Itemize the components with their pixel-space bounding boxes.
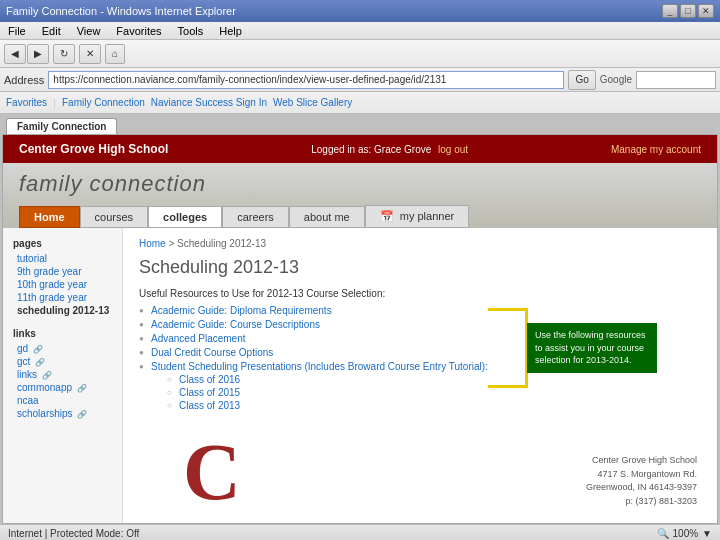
go-button[interactable]: Go — [568, 70, 595, 90]
browser-toolbar: ◀ ▶ ↻ ✕ ⌂ — [0, 40, 720, 68]
school-name: Center Grove High School — [19, 142, 168, 156]
close-button[interactable]: ✕ — [698, 4, 714, 18]
breadcrumb-current: Scheduling 2012-13 — [177, 238, 266, 249]
zone-status: Internet | Protected Mode: Off — [8, 528, 139, 539]
nav-home[interactable]: Home — [19, 206, 80, 228]
resource-link-3[interactable]: Dual Credit Course Options — [151, 347, 273, 358]
links-section-title: links — [13, 328, 112, 339]
address-input[interactable] — [48, 71, 564, 89]
bracket-shape — [488, 308, 528, 388]
breadcrumb: Home > Scheduling 2012-13 — [139, 238, 701, 249]
zoom-dropdown-icon[interactable]: ▼ — [702, 528, 712, 539]
nav-header: family connection Home courses colleges … — [3, 163, 717, 228]
page-wrapper: Center Grove High School Logged in as: G… — [2, 134, 718, 524]
menu-tools[interactable]: Tools — [174, 25, 208, 37]
school-footer: Center Grove High School 4717 S. Morgant… — [586, 454, 697, 508]
nav-arrows: ◀ ▶ — [4, 44, 49, 64]
nav-about-me[interactable]: about me — [289, 206, 365, 228]
favorites-link[interactable]: Favorites — [6, 97, 47, 108]
sub-link-0[interactable]: Class of 2016 — [179, 374, 240, 385]
footer-school-name: Center Grove High School — [586, 454, 697, 468]
logged-in-text: Logged in as: Grace Grove log out — [311, 144, 468, 155]
site-title: family connection — [19, 171, 701, 197]
sidebar-item-tutorial[interactable]: tutorial — [13, 253, 112, 264]
favorites-bar: Favorites | Family Connection Naviance S… — [0, 92, 720, 114]
footer-phone: p: (317) 881-3203 — [586, 495, 697, 509]
search-label: Google — [600, 74, 632, 85]
refresh-button[interactable]: ↻ — [53, 44, 75, 64]
address-bar-row: Address Go Google — [0, 68, 720, 92]
list-item: Class of 2013 — [167, 400, 701, 411]
external-link-icon-3: 🔗 — [42, 371, 52, 380]
fav-web-slice[interactable]: Web Slice Gallery — [273, 97, 352, 108]
main-content: Home > Scheduling 2012-13 Scheduling 201… — [123, 228, 717, 524]
browser-tab[interactable]: Family Connection — [6, 118, 117, 134]
resource-link-0[interactable]: Academic Guide: Diploma Requirements — [151, 305, 332, 316]
sidebar-link-gd[interactable]: gd 🔗 — [13, 343, 112, 354]
menu-edit[interactable]: Edit — [38, 25, 65, 37]
nav-careers[interactable]: careers — [222, 206, 289, 228]
content-area: pages tutorial 9th grade year 10th grade… — [3, 228, 717, 524]
tooltip-container: Use the following resources to assist yo… — [488, 308, 657, 388]
sidebar-link-commonapp[interactable]: commonapp 🔗 — [13, 382, 112, 393]
window-controls: _ □ ✕ — [662, 4, 714, 18]
resources-label: Useful Resources to Use for 2012-13 Cour… — [139, 288, 701, 299]
menu-file[interactable]: File — [4, 25, 30, 37]
menu-bar: File Edit View Favorites Tools Help — [0, 22, 720, 40]
log-out-link[interactable]: log out — [438, 144, 468, 155]
planner-icon: 📅 — [380, 210, 394, 222]
address-label: Address — [4, 74, 44, 86]
menu-help[interactable]: Help — [215, 25, 246, 37]
restore-button[interactable]: □ — [680, 4, 696, 18]
nav-my-planner[interactable]: 📅 my planner — [365, 205, 469, 228]
sidebar-link-links[interactable]: links 🔗 — [13, 369, 112, 380]
sidebar-item-10th[interactable]: 10th grade year — [13, 279, 112, 290]
external-link-icon-4: 🔗 — [77, 384, 87, 393]
footer-address2: Greenwood, IN 46143-9397 — [586, 481, 697, 495]
tabs-row: Family Connection — [0, 114, 720, 134]
breadcrumb-home[interactable]: Home — [139, 238, 166, 249]
fav-naviance[interactable]: Naviance Success Sign In — [151, 97, 267, 108]
status-bar: Internet | Protected Mode: Off 🔍 100% ▼ — [0, 524, 720, 540]
list-item: Class of 2015 — [167, 387, 701, 398]
sidebar: pages tutorial 9th grade year 10th grade… — [3, 228, 123, 524]
sidebar-item-scheduling[interactable]: scheduling 2012-13 — [13, 305, 112, 316]
minimize-button[interactable]: _ — [662, 4, 678, 18]
zoom-level: 100% — [673, 528, 699, 539]
footer-address1: 4717 S. Morgantown Rd. — [586, 468, 697, 482]
nav-colleges[interactable]: colleges — [148, 206, 222, 228]
sub-link-1[interactable]: Class of 2015 — [179, 387, 240, 398]
pages-section-title: pages — [13, 238, 112, 249]
external-link-icon-2: 🔗 — [35, 358, 45, 367]
zoom-icon: 🔍 — [657, 528, 669, 539]
main-nav: Home courses colleges careers about me 📅… — [19, 205, 701, 228]
sidebar-link-ncaa[interactable]: ncaa — [13, 395, 112, 406]
back-button[interactable]: ◀ — [4, 44, 26, 64]
menu-view[interactable]: View — [73, 25, 105, 37]
home-browser-button[interactable]: ⌂ — [105, 44, 125, 64]
title-bar: Family Connection - Windows Internet Exp… — [0, 0, 720, 22]
resource-link-2[interactable]: Advanced Placement — [151, 333, 246, 344]
sub-link-2[interactable]: Class of 2013 — [179, 400, 240, 411]
school-header: Center Grove High School Logged in as: G… — [3, 135, 717, 163]
manage-account-link[interactable]: Manage my account — [611, 144, 701, 155]
nav-courses[interactable]: courses — [80, 206, 149, 228]
external-link-icon: 🔗 — [33, 345, 43, 354]
tooltip-text: Use the following resources to assist yo… — [535, 330, 646, 365]
page-title: Scheduling 2012-13 — [139, 257, 701, 278]
sidebar-item-9th[interactable]: 9th grade year — [13, 266, 112, 277]
sidebar-item-11th[interactable]: 11th grade year — [13, 292, 112, 303]
external-link-icon-5: 🔗 — [77, 410, 87, 419]
resource-link-1[interactable]: Academic Guide: Course Descriptions — [151, 319, 320, 330]
fav-family-connection[interactable]: Family Connection — [62, 97, 145, 108]
sidebar-link-gct[interactable]: gct 🔗 — [13, 356, 112, 367]
resource-link-4[interactable]: Student Scheduling Presentations (Includ… — [151, 361, 488, 372]
forward-button[interactable]: ▶ — [27, 44, 49, 64]
school-logo: C — [183, 427, 241, 518]
stop-button[interactable]: ✕ — [79, 44, 101, 64]
tooltip-box: Use the following resources to assist yo… — [527, 323, 657, 373]
sidebar-link-scholarships[interactable]: scholarships 🔗 — [13, 408, 112, 419]
zoom-control: 🔍 100% ▼ — [657, 528, 712, 539]
menu-favorites[interactable]: Favorites — [112, 25, 165, 37]
search-input[interactable] — [636, 71, 716, 89]
